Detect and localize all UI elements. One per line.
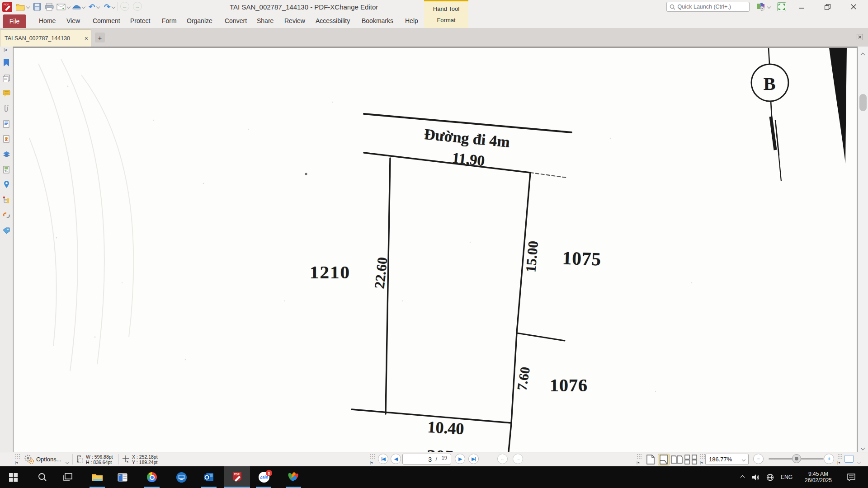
tab-close-icon[interactable]: × bbox=[85, 35, 88, 42]
attachments-panel-icon[interactable] bbox=[2, 104, 11, 113]
quick-launch-box[interactable] bbox=[666, 2, 750, 12]
menu-help[interactable]: Help bbox=[405, 17, 418, 24]
statusbar-collapse-icon[interactable]: |◂ bbox=[15, 460, 18, 465]
print-icon[interactable] bbox=[44, 2, 54, 12]
last-page-button[interactable]: ▶| bbox=[468, 454, 479, 464]
options-dropdown-icon[interactable] bbox=[66, 457, 69, 465]
options-button[interactable]: Options... bbox=[36, 456, 61, 463]
statusbar-overflow-chevron[interactable] bbox=[858, 457, 860, 465]
links-panel-icon[interactable] bbox=[2, 211, 11, 220]
scroll-down-icon[interactable] bbox=[861, 443, 865, 447]
page-number-box[interactable]: 3 / 19 bbox=[402, 454, 451, 465]
scroll-up-icon[interactable] bbox=[861, 50, 865, 54]
undo-dropdown[interactable] bbox=[96, 2, 100, 12]
chrome-icon[interactable] bbox=[143, 466, 160, 488]
end-grip[interactable] bbox=[837, 454, 843, 460]
zalo-icon[interactable]: Zalo 5 bbox=[255, 466, 273, 488]
open-file-icon[interactable] bbox=[15, 2, 25, 12]
menu-file[interactable]: File bbox=[3, 14, 26, 28]
menu-form[interactable]: Form bbox=[162, 17, 177, 24]
taskbar-search-icon[interactable] bbox=[34, 466, 51, 488]
vertical-scrollbar[interactable] bbox=[858, 47, 868, 452]
content-panel-icon[interactable]: T bbox=[2, 165, 11, 174]
previous-page-button[interactable]: ◀ bbox=[391, 454, 401, 464]
outlook-icon[interactable] bbox=[200, 466, 217, 488]
forward-icon[interactable]: → bbox=[133, 2, 142, 11]
scanner-icon[interactable] bbox=[71, 2, 81, 12]
action-center-icon[interactable] bbox=[844, 466, 859, 488]
thumbnails-panel-icon[interactable] bbox=[2, 74, 11, 83]
email-dropdown[interactable] bbox=[66, 2, 71, 12]
page-layout-button[interactable] bbox=[844, 455, 854, 463]
redo-icon[interactable]: ↷ bbox=[102, 2, 112, 12]
document-tab[interactable]: TAI SAN_002787_144130 × bbox=[0, 29, 91, 47]
pagenav-collapse-icon[interactable]: |◂ bbox=[370, 460, 373, 465]
menu-view[interactable]: View bbox=[66, 17, 80, 24]
menu-convert[interactable]: Convert bbox=[225, 17, 247, 24]
zoom-out-button[interactable]: − bbox=[753, 454, 764, 464]
clock[interactable]: 9:45 AM26/02/2025 bbox=[797, 466, 839, 488]
panel-collapse-icon[interactable]: |◂ bbox=[4, 47, 7, 52]
fullscreen-icon[interactable] bbox=[777, 2, 787, 12]
tabbar-close-icon[interactable] bbox=[854, 32, 865, 42]
language-indicator[interactable]: ENG bbox=[778, 466, 795, 488]
signatures-panel-icon[interactable] bbox=[2, 134, 11, 143]
multi-page-view-icon[interactable] bbox=[684, 454, 698, 465]
zoom-slider-thumb[interactable] bbox=[792, 454, 801, 463]
tags-panel-icon[interactable] bbox=[2, 226, 11, 235]
next-page-button[interactable]: ▶ bbox=[455, 454, 465, 464]
single-page-view-icon[interactable] bbox=[645, 454, 656, 465]
history-back-button[interactable]: ← bbox=[497, 454, 508, 464]
zoomcluster-collapse-icon[interactable]: |◂ bbox=[637, 460, 639, 465]
options-gear-icon[interactable] bbox=[24, 454, 34, 467]
format-label[interactable]: Format bbox=[424, 17, 468, 23]
new-tab-button[interactable]: + bbox=[95, 33, 105, 42]
comments-panel-icon[interactable] bbox=[2, 89, 11, 98]
zoom-in-button[interactable]: + bbox=[824, 454, 834, 464]
minimize-button[interactable] bbox=[792, 0, 812, 14]
zoomcluster-grip[interactable] bbox=[637, 454, 642, 460]
restore-button[interactable] bbox=[817, 0, 837, 14]
menu-accessibility[interactable]: Accessibility bbox=[316, 17, 350, 24]
two-page-view-icon[interactable] bbox=[671, 454, 683, 465]
structure-panel-icon[interactable] bbox=[2, 195, 11, 204]
task-view-icon[interactable] bbox=[59, 466, 76, 488]
mail-app-icon[interactable] bbox=[114, 466, 131, 488]
menu-bookmarks[interactable]: Bookmarks bbox=[362, 17, 393, 24]
remote-desktop-icon[interactable] bbox=[173, 466, 190, 488]
pagenav-grip[interactable] bbox=[370, 454, 376, 460]
back-icon[interactable]: ← bbox=[120, 2, 129, 11]
menu-comment[interactable]: Comment bbox=[93, 17, 120, 24]
open-file-dropdown[interactable] bbox=[26, 2, 30, 12]
ui-options-dropdown[interactable] bbox=[767, 2, 771, 12]
pdf-page[interactable]: Đường đi 4m 11,90 22.60 1210 15.00 1075 … bbox=[14, 48, 857, 452]
menu-protect[interactable]: Protect bbox=[130, 17, 150, 24]
volume-icon[interactable] bbox=[750, 466, 761, 488]
photos-app-icon[interactable] bbox=[285, 466, 302, 488]
pdf-xchange-active-slot[interactable]: PDF bbox=[224, 466, 250, 488]
close-button[interactable] bbox=[844, 0, 863, 14]
destinations-panel-icon[interactable] bbox=[2, 180, 11, 189]
layers-panel-icon[interactable] bbox=[2, 150, 11, 159]
tray-expand-icon[interactable] bbox=[737, 466, 748, 488]
redo-dropdown[interactable] bbox=[111, 2, 116, 12]
zoombox-collapse-icon[interactable]: |◂ bbox=[700, 460, 703, 465]
menu-home[interactable]: Home bbox=[39, 17, 56, 24]
scanner-dropdown[interactable] bbox=[81, 2, 86, 12]
fit-page-view-icon[interactable] bbox=[658, 454, 670, 465]
zoom-slider[interactable] bbox=[769, 458, 824, 460]
menu-organize[interactable]: Organize bbox=[187, 17, 212, 24]
network-icon[interactable] bbox=[764, 466, 776, 488]
scrollbar-thumb[interactable] bbox=[859, 94, 867, 111]
history-forward-button[interactable]: → bbox=[513, 454, 523, 464]
ui-options-icon[interactable] bbox=[756, 2, 766, 12]
statusbar-grip[interactable] bbox=[15, 454, 21, 460]
file-explorer-icon[interactable] bbox=[89, 466, 106, 488]
menu-review[interactable]: Review bbox=[284, 17, 305, 24]
zoom-level-box[interactable]: 186.77% bbox=[705, 454, 749, 465]
menu-share[interactable]: Share bbox=[257, 17, 274, 24]
bookmarks-panel-icon[interactable] bbox=[2, 58, 11, 67]
end-collapse-icon[interactable]: |◂ bbox=[837, 460, 840, 465]
undo-icon[interactable]: ↶ bbox=[87, 2, 97, 12]
zoom-dropdown-icon[interactable] bbox=[742, 457, 745, 461]
